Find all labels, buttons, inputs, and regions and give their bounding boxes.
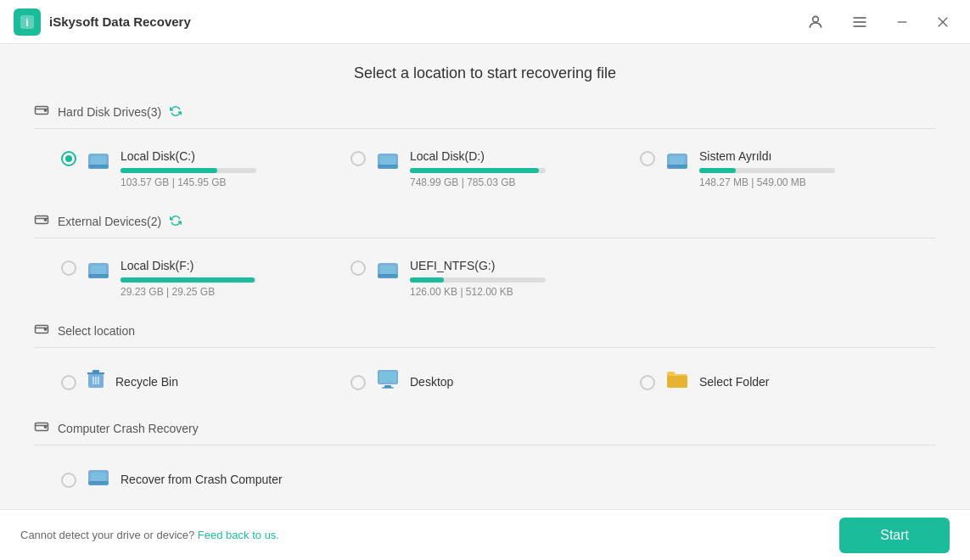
drive-bar-fill-c (121, 168, 217, 173)
drive-icon-d (376, 149, 400, 175)
drive-item-c[interactable]: Local Disk(C:) 103.57 GB | 145.95 GB (51, 143, 340, 195)
svg-point-15 (104, 165, 107, 168)
svg-point-2 (813, 16, 819, 22)
drive-name-sistem: Sistem Ayrıldı (699, 149, 909, 163)
page-title: Select a location to start recovering fi… (34, 64, 936, 82)
drive-bar-bg-g (410, 277, 546, 283)
hard-disk-section: Hard Disk Drives(3) (34, 103, 936, 195)
drive-bar-bg-sistem (699, 168, 835, 173)
select-location-header: Select location (34, 322, 936, 348)
drive-radio-d[interactable] (350, 151, 366, 166)
bottom-notice: Cannot detect your drive or device? Feed… (20, 529, 279, 541)
start-button[interactable]: Start (839, 518, 950, 553)
svg-point-54 (104, 482, 107, 484)
user-icon-button[interactable] (800, 10, 831, 34)
select-location-section-icon (34, 322, 49, 340)
crash-recovery-title: Computer Crash Recovery (58, 422, 199, 435)
hard-disk-title: Hard Disk Drives(3) (58, 105, 161, 119)
hard-disk-drives-row: Local Disk(C:) 103.57 GB | 145.95 GB (34, 143, 936, 195)
drive-radio-g[interactable] (350, 260, 366, 276)
drive-info-d: Local Disk(D:) 748.99 GB | 785.03 GB (410, 149, 620, 188)
drive-radio-c[interactable] (61, 151, 76, 166)
minimize-button[interactable] (889, 12, 916, 32)
locations-row: Recycle Bin Desktop (34, 361, 936, 402)
hard-disk-header: Hard Disk Drives(3) (34, 103, 936, 129)
close-button[interactable] (929, 12, 956, 32)
app-logo: i (14, 8, 41, 36)
drive-icon-g (376, 259, 400, 284)
hard-disk-section-icon (34, 103, 49, 121)
drive-icon-f (87, 259, 110, 284)
folder-icon (665, 369, 689, 395)
drive-icon-sistem (665, 149, 689, 175)
drive-size-c: 103.57 GB | 145.95 GB (121, 176, 330, 188)
svg-rect-32 (380, 266, 395, 274)
select-location-section: Select location Recycle Bin (34, 322, 936, 402)
drive-bar-fill-g (410, 277, 444, 283)
location-name-recycle: Recycle Bin (115, 375, 178, 389)
notice-text: Cannot detect your drive or device? (20, 529, 194, 541)
svg-rect-52 (91, 473, 106, 481)
svg-rect-17 (380, 156, 395, 165)
external-devices-section: External Devices(2) (34, 212, 936, 305)
svg-point-34 (394, 275, 396, 277)
location-name-folder: Select Folder (699, 375, 769, 389)
drive-info-g: UEFI_NTFS(G:) 126.00 KB | 512.00 KB (410, 259, 620, 298)
location-radio-desktop[interactable] (350, 375, 366, 390)
drive-info-sistem: Sistem Ayrıldı 148.27 MB | 549.00 MB (699, 149, 909, 188)
drive-item-sistem[interactable]: Sistem Ayrıldı 148.27 MB | 549.00 MB (630, 143, 919, 195)
feedback-link[interactable]: Feed back to us. (198, 529, 279, 541)
svg-point-19 (394, 165, 396, 168)
crash-recovery-section: Computer Crash Recovery Recover from Cra… (34, 419, 936, 500)
drive-size-g: 126.00 KB | 512.00 KB (410, 286, 620, 298)
title-bar-right (800, 10, 956, 34)
location-item-recycle[interactable]: Recycle Bin (51, 361, 340, 402)
drive-info-f: Local Disk(F:) 29.23 GB | 29.25 GB (121, 259, 330, 298)
svg-rect-47 (382, 387, 394, 389)
hard-disk-refresh-icon[interactable] (170, 105, 182, 120)
drive-bar-fill-d (410, 168, 539, 173)
drive-size-sistem: 148.27 MB | 549.00 MB (699, 176, 909, 188)
drive-info-c: Local Disk(C:) 103.57 GB | 145.95 GB (121, 149, 330, 188)
external-drives-row: Local Disk(F:) 29.23 GB | 29.25 GB (34, 252, 936, 305)
drive-item-d[interactable]: Local Disk(D:) 748.99 GB | 785.03 GB (340, 143, 630, 195)
crash-hdd-icon (87, 466, 110, 493)
location-item-folder[interactable]: Select Folder (630, 362, 919, 401)
drive-name-g: UEFI_NTFS(G:) (410, 259, 620, 272)
crash-recovery-header: Computer Crash Recovery (34, 419, 936, 445)
drive-item-f[interactable]: Local Disk(F:) 29.23 GB | 29.25 GB (51, 252, 340, 305)
external-refresh-icon[interactable] (170, 215, 182, 229)
crash-item-name: Recover from Crash Computer (121, 473, 283, 486)
svg-point-23 (683, 165, 686, 168)
drive-item-g[interactable]: UEFI_NTFS(G:) 126.00 KB | 512.00 KB (340, 252, 630, 305)
svg-point-30 (104, 275, 107, 277)
menu-icon-button[interactable] (844, 10, 875, 34)
drive-icon-c (87, 149, 110, 175)
crash-items-row: Recover from Crash Computer (34, 459, 936, 500)
drive-name-c: Local Disk(C:) (121, 149, 330, 163)
bottom-bar: Cannot detect your drive or device? Feed… (0, 509, 970, 560)
location-radio-folder[interactable] (640, 375, 655, 390)
drive-bar-fill-f (121, 277, 255, 283)
drive-radio-f[interactable] (61, 260, 76, 276)
drive-radio-sistem[interactable] (640, 151, 655, 166)
main-content: Select a location to start recovering fi… (0, 44, 970, 509)
location-radio-recycle[interactable] (61, 375, 76, 390)
svg-text:i: i (25, 17, 28, 29)
external-section-icon (34, 212, 49, 231)
crash-section-icon (34, 419, 49, 438)
svg-rect-45 (379, 372, 396, 383)
title-bar-left: i iSkysoft Data Recovery (14, 8, 191, 36)
monitor-icon (376, 368, 400, 395)
drive-bar-bg-f (121, 277, 256, 283)
location-item-desktop[interactable]: Desktop (340, 361, 630, 402)
drive-size-d: 748.99 GB | 785.03 GB (410, 176, 620, 188)
drive-name-d: Local Disk(D:) (410, 149, 620, 163)
svg-rect-21 (670, 156, 685, 165)
svg-rect-28 (91, 266, 106, 274)
title-bar: i iSkysoft Data Recovery (0, 0, 970, 44)
external-devices-title: External Devices(2) (58, 215, 161, 228)
location-item-crash[interactable]: Recover from Crash Computer (51, 459, 919, 500)
drive-bar-bg-c (121, 168, 256, 173)
location-radio-crash[interactable] (61, 473, 76, 488)
